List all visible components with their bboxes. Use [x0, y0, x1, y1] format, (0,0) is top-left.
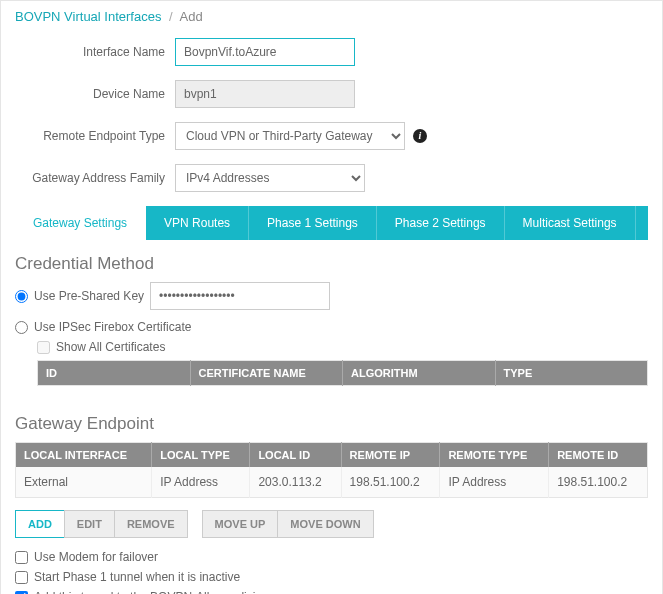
modem-failover-checkbox[interactable]	[15, 551, 28, 564]
cert-label: Use IPSec Firebox Certificate	[34, 320, 191, 334]
gateway-address-family-select[interactable]: IPv4 Addresses	[175, 164, 365, 192]
ep-remoteid: 198.51.100.2	[549, 467, 648, 498]
tab-gateway-settings[interactable]: Gateway Settings	[15, 206, 146, 240]
certificate-table: ID CERTIFICATE NAME ALGORITHM TYPE	[37, 360, 648, 386]
moveup-button[interactable]: MOVE UP	[202, 510, 279, 538]
tab-phase2-settings[interactable]: Phase 2 Settings	[377, 206, 505, 240]
edit-button[interactable]: EDIT	[64, 510, 115, 538]
tab-phase1-settings[interactable]: Phase 1 Settings	[249, 206, 377, 240]
start-phase1-label: Start Phase 1 tunnel when it is inactive	[34, 570, 240, 584]
cert-th-algo: ALGORITHM	[343, 361, 496, 386]
remote-endpoint-type-select[interactable]: Cloud VPN or Third-Party Gateway	[175, 122, 405, 150]
button-bar: ADD EDIT REMOVE MOVE UP MOVE DOWN	[15, 510, 648, 538]
breadcrumb-parent-link[interactable]: BOVPN Virtual Interfaces	[15, 9, 161, 24]
credential-method-heading: Credential Method	[15, 254, 648, 274]
breadcrumb: BOVPN Virtual Interfaces / Add	[15, 9, 648, 24]
endpoint-table: LOCAL INTERFACE LOCAL TYPE LOCAL ID REMO…	[15, 442, 648, 498]
psk-label: Use Pre-Shared Key	[34, 289, 144, 303]
tab-vpn-routes[interactable]: VPN Routes	[146, 206, 249, 240]
ep-localif: External	[16, 467, 152, 498]
ep-th-remoteid: REMOTE ID	[549, 443, 648, 468]
remote-endpoint-type-label: Remote Endpoint Type	[15, 129, 175, 143]
ep-remoteip: 198.51.100.2	[341, 467, 440, 498]
info-icon[interactable]: i	[413, 129, 427, 143]
cert-th-id: ID	[38, 361, 191, 386]
device-name-input	[175, 80, 355, 108]
ep-localid: 203.0.113.2	[250, 467, 341, 498]
psk-input[interactable]	[150, 282, 330, 310]
modem-failover-label: Use Modem for failover	[34, 550, 158, 564]
add-button[interactable]: ADD	[15, 510, 65, 538]
ep-th-localid: LOCAL ID	[250, 443, 341, 468]
ep-th-remotetype: REMOTE TYPE	[440, 443, 549, 468]
bovpn-allow-checkbox[interactable]	[15, 591, 28, 595]
ep-th-remoteip: REMOTE IP	[341, 443, 440, 468]
tabs: Gateway Settings VPN Routes Phase 1 Sett…	[15, 206, 648, 240]
movedown-button[interactable]: MOVE DOWN	[277, 510, 373, 538]
cert-radio[interactable]	[15, 321, 28, 334]
interface-name-input[interactable]	[175, 38, 355, 66]
ep-th-localtype: LOCAL TYPE	[152, 443, 250, 468]
gateway-endpoint-heading: Gateway Endpoint	[15, 414, 648, 434]
breadcrumb-sep: /	[165, 9, 177, 24]
bovpn-allow-label: Add this tunnel to the BOVPN-Allow polic…	[34, 590, 268, 594]
tab-multicast-settings[interactable]: Multicast Settings	[505, 206, 636, 240]
cert-th-type: TYPE	[495, 361, 648, 386]
interface-name-label: Interface Name	[15, 45, 175, 59]
breadcrumb-current: Add	[180, 9, 203, 24]
table-row[interactable]: External IP Address 203.0.113.2 198.51.1…	[16, 467, 648, 498]
show-all-certs-label: Show All Certificates	[56, 340, 165, 354]
ep-remotetype: IP Address	[440, 467, 549, 498]
cert-th-name: CERTIFICATE NAME	[190, 361, 343, 386]
gateway-address-family-label: Gateway Address Family	[15, 171, 175, 185]
psk-radio[interactable]	[15, 290, 28, 303]
remove-button[interactable]: REMOVE	[114, 510, 188, 538]
start-phase1-checkbox[interactable]	[15, 571, 28, 584]
ep-localtype: IP Address	[152, 467, 250, 498]
device-name-label: Device Name	[15, 87, 175, 101]
ep-th-localif: LOCAL INTERFACE	[16, 443, 152, 468]
show-all-certs-checkbox	[37, 341, 50, 354]
